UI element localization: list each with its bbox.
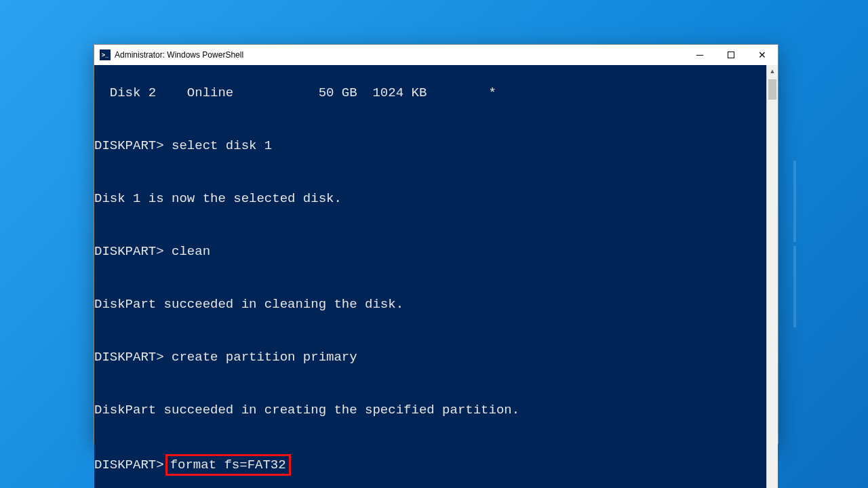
titlebar[interactable]: >_ Administrator: Windows PowerShell ✕ xyxy=(94,45,778,65)
cmd-clean: clean xyxy=(172,244,210,259)
out-clean: DiskPart succeeded in cleaning the disk. xyxy=(94,297,403,312)
window-title: Administrator: Windows PowerShell xyxy=(115,50,243,60)
terminal-output[interactable]: Disk 2 Online 50 GB 1024 KB * DISKPART> … xyxy=(94,65,766,488)
prompt: DISKPART> xyxy=(94,350,164,365)
cmd-select-disk: select disk 1 xyxy=(172,138,272,153)
out-create-partition: DiskPart succeeded in creating the speci… xyxy=(94,403,519,418)
scroll-thumb[interactable] xyxy=(768,79,776,100)
highlighted-command: format fs=FAT32 xyxy=(165,454,291,476)
scroll-up-button[interactable]: ▲ xyxy=(767,65,778,77)
prompt: DISKPART> xyxy=(94,138,164,153)
cmd-format: format fs=FAT32 xyxy=(170,458,286,472)
prompt: DISKPART> xyxy=(94,458,164,472)
maximize-button[interactable] xyxy=(715,45,747,65)
powershell-window: >_ Administrator: Windows PowerShell ✕ D… xyxy=(94,44,778,444)
cmd-create-partition: create partition primary xyxy=(172,350,357,365)
disk-table-row: Disk 2 Online 50 GB 1024 KB * xyxy=(94,85,496,100)
scroll-track[interactable] xyxy=(767,77,778,488)
powershell-icon: >_ xyxy=(100,49,111,60)
minimize-button[interactable] xyxy=(684,45,715,65)
client-area: Disk 2 Online 50 GB 1024 KB * DISKPART> … xyxy=(94,65,778,488)
prompt: DISKPART> xyxy=(94,244,164,259)
out-select-disk: Disk 1 is now the selected disk. xyxy=(94,191,342,206)
desktop-decoration xyxy=(787,0,868,488)
vertical-scrollbar[interactable]: ▲ ▼ xyxy=(766,65,778,488)
close-button[interactable]: ✕ xyxy=(747,45,778,65)
